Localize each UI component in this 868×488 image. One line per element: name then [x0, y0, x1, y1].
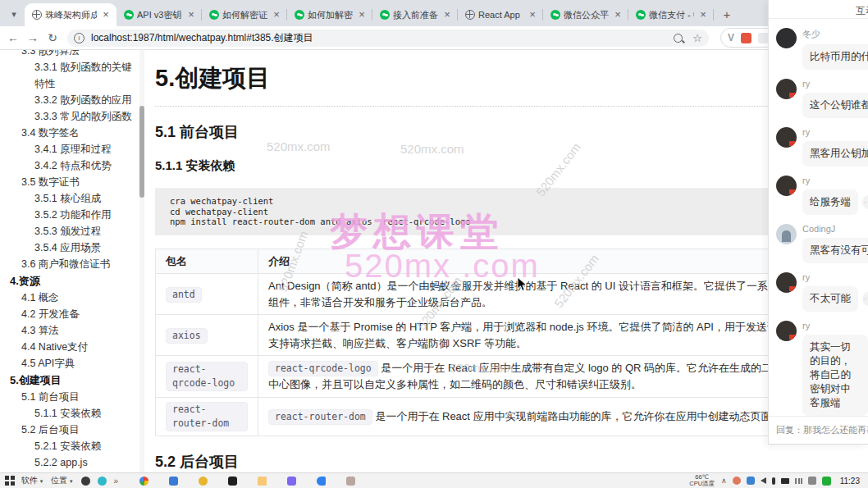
taskbar-software-menu[interactable]: 软件 ▾	[21, 475, 43, 486]
tab-close-icon[interactable]: ×	[100, 9, 112, 21]
sidebar-item[interactable]: 4.3 算法	[10, 322, 146, 339]
sidebar-item[interactable]: 3.4 数字签名	[10, 125, 146, 141]
file-explorer-icon[interactable]	[258, 477, 267, 486]
start-button[interactable]	[5, 476, 15, 486]
doc-sidebar: 3.3 散列算法 3.3.1 散列函数的关键特性 3.3.2 散列函数的应用 3…	[0, 50, 146, 473]
feather-app-icon[interactable]	[346, 477, 355, 486]
tab-close-icon[interactable]: ×	[697, 9, 709, 21]
cheetah-app-icon[interactable]	[199, 477, 208, 486]
browser-tab-active[interactable]: 珠峰架构师成长 ×	[25, 3, 116, 26]
table-row: react-router-dom react-router-dom 是一个用于在…	[156, 397, 868, 436]
chat-username: ry	[802, 321, 868, 331]
speaker-icon[interactable]	[761, 477, 766, 484]
chat-username: ry	[802, 127, 868, 137]
chat-username: ry	[802, 176, 868, 185]
sidebar-scrollbar-thumb[interactable]	[139, 106, 144, 198]
section-heading-51: 5.1 前台项目	[155, 122, 868, 142]
sidebar-item[interactable]: 5.2.2 app.js	[10, 454, 146, 471]
table-row: antd Ant Design（简称 antd）是一个由蚂蚁金服开发并维护的基于…	[156, 274, 868, 315]
tab-close-icon[interactable]: ×	[527, 9, 538, 21]
back-button[interactable]: ←	[3, 31, 23, 44]
tray-blue-app-icon[interactable]	[747, 477, 755, 485]
more-button[interactable]: ···	[862, 195, 868, 209]
chat-username: ry	[802, 79, 868, 89]
sidebar-item[interactable]: 3.3.3 常见的散列函数	[10, 108, 146, 125]
sidebar-item[interactable]: 3.5 数字证书	[10, 174, 146, 190]
code-block-client-install[interactable]: cra wechatpay-client cd wechatpay-client…	[155, 188, 857, 235]
browser-tab[interactable]: 微信支付 - 中国 ×	[628, 3, 714, 26]
avatar	[776, 321, 797, 341]
tray-app-icon[interactable]	[733, 477, 741, 485]
sidebar-item[interactable]: 5.2 后台项目	[10, 422, 146, 438]
chat-reply-bar[interactable]: 回复：那我怎么还能再获取	[769, 416, 868, 444]
sidebar-item[interactable]: 3.5.4 应用场景	[10, 239, 146, 256]
windows-taskbar: 软件 ▾ 位置 ▾ » 66℃CPU温度 ∧ 11:23	[0, 472, 868, 488]
sidebar-item[interactable]: 5.2.1 安装依赖	[10, 438, 146, 454]
taskbar-location-menu[interactable]: 位置 ▾	[51, 475, 72, 486]
package-desc: Axios 是一个基于 Promise 的 HTTP 客户端，用于浏览器和 no…	[268, 321, 852, 349]
browser-tab[interactable]: 微信公众平台 ×	[543, 3, 628, 26]
tray-chevron-up-icon[interactable]: ∧	[721, 477, 727, 485]
sidebar-item[interactable]: 5.创建项目	[10, 372, 146, 389]
utools-icon[interactable]	[287, 477, 296, 486]
sidebar-item[interactable]: 5.1.1 安装依赖	[10, 405, 146, 422]
sidebar-item[interactable]: 3.3 散列算法	[10, 50, 146, 59]
red-extension-icon[interactable]	[741, 33, 752, 43]
qq-icon[interactable]	[81, 477, 90, 486]
sidebar-item[interactable]: 3.3.1 散列函数的关键特性	[10, 59, 139, 92]
sidebar-item[interactable]: 4.5 API字典	[10, 355, 146, 372]
tab-close-icon[interactable]: ×	[356, 9, 368, 21]
wechat-favicon-icon	[550, 10, 560, 20]
url-text[interactable]: localhost:1987/html/wechatpay.html#t385.…	[91, 31, 674, 45]
sidebar-scrollbar[interactable]	[139, 50, 144, 473]
browser-tab[interactable]: 如何加解密数 ×	[287, 3, 372, 26]
new-tab-button[interactable]: +	[717, 4, 737, 24]
zoom-icon[interactable]	[674, 34, 683, 43]
sidebar-item[interactable]: 4.2 开发准备	[10, 306, 146, 322]
sidebar-item[interactable]: 3.5.2 功能和作用	[10, 207, 146, 223]
sidebar-item[interactable]: 4.4 Native支付	[10, 339, 146, 355]
sidebar-item[interactable]: 3.5.1 核心组成	[10, 190, 146, 207]
table-header-row: 包名 介绍	[156, 249, 868, 274]
terminal-icon[interactable]	[228, 477, 237, 486]
forward-button[interactable]: →	[23, 31, 43, 44]
address-bar[interactable]: i localhost:1987/html/wechatpay.html#t38…	[67, 30, 709, 47]
sidebar-item[interactable]: 4.1 概念	[10, 290, 146, 306]
package-desc: Ant Design（简称 antd）是一个由蚂蚁金服开发并维护的基于 Reac…	[268, 280, 852, 308]
browser-tab[interactable]: 接入前准备-Na ×	[372, 3, 458, 26]
bookmark-star-icon[interactable]: ☆	[692, 32, 702, 44]
browser-toolbar: ← → ↻ i localhost:1987/html/wechatpay.ht…	[0, 26, 868, 50]
wechat-tray-icon[interactable]	[822, 477, 831, 486]
tab-search-chevron-icon[interactable]: ▾	[5, 5, 23, 23]
microphone-icon[interactable]	[772, 477, 775, 485]
sidebar-item[interactable]: 3.4.1 原理和过程	[10, 141, 146, 157]
tab-close-icon[interactable]: ×	[612, 9, 624, 21]
ime-icon[interactable]	[808, 477, 816, 485]
screen-capture-icon[interactable]	[781, 478, 789, 484]
browser-tab[interactable]: React App ×	[458, 3, 543, 26]
sidebar-item[interactable]: 3.4.2 特点和优势	[10, 157, 146, 174]
clock-app-icon[interactable]	[98, 477, 107, 486]
more-button[interactable]: ···	[862, 292, 868, 306]
sidebar-item[interactable]: 4.资源	[10, 273, 146, 290]
docs-app-icon[interactable]	[169, 477, 178, 486]
sidebar-item[interactable]: 3.5.3 颁发过程	[10, 223, 146, 239]
wifi-signal-icon[interactable]	[795, 478, 802, 484]
chat-header-label: 互动	[856, 4, 868, 18]
chrome-icon[interactable]	[139, 477, 148, 486]
cpu-temp-widget: 66℃CPU温度	[689, 474, 715, 487]
vue-devtools-extension-icon[interactable]: V	[728, 32, 734, 43]
taskbar-overflow-chevron[interactable]: »	[114, 477, 119, 486]
taskbar-clock[interactable]: 11:23	[840, 477, 860, 486]
sidebar-item[interactable]: 3.3.2 散列函数的应用	[10, 92, 146, 108]
vscode-icon[interactable]	[317, 477, 326, 486]
tab-close-icon[interactable]: ×	[271, 9, 282, 21]
reload-button[interactable]: ↻	[43, 31, 62, 44]
tab-close-icon[interactable]: ×	[441, 9, 453, 21]
sidebar-item[interactable]: 5.1 前台项目	[10, 389, 146, 405]
site-info-icon[interactable]: i	[74, 33, 85, 43]
browser-tab[interactable]: API v3密钥 - 通 ×	[116, 3, 202, 26]
tab-close-icon[interactable]: ×	[185, 9, 197, 21]
sidebar-item[interactable]: 3.6 商户和微信证书	[10, 256, 146, 272]
browser-tab[interactable]: 如何解密证书和 ×	[202, 3, 287, 26]
